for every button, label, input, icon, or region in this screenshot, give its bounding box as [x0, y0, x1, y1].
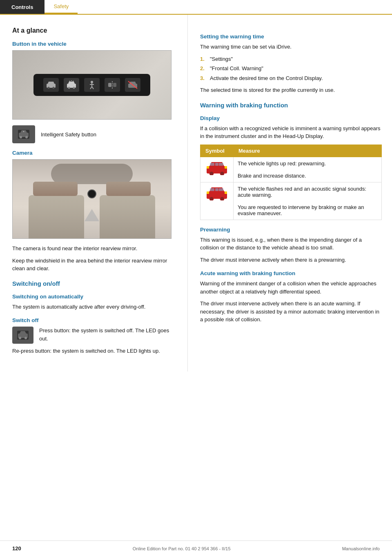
- svg-marker-5: [68, 82, 75, 84]
- measure-cell-2: The vehicle flashes red and an acoustic …: [234, 182, 382, 220]
- measure-2-line2: You are requested to intervene by brakin…: [238, 204, 364, 216]
- svg-point-49: [209, 197, 214, 200]
- setting-warning-time-title: Setting the warning time: [200, 33, 382, 40]
- svg-rect-17: [108, 83, 111, 87]
- camera-arrow: [85, 209, 99, 221]
- car-symbol-red: [205, 160, 229, 176]
- car-symbol-flash: [205, 186, 229, 201]
- symbol-cell-1: [200, 157, 234, 182]
- svg-rect-48: [219, 188, 223, 191]
- measure-1-line2: Brake and increase distance.: [238, 173, 306, 179]
- page-number: 120: [12, 545, 21, 552]
- intelligent-safety-icon: [17, 129, 31, 140]
- step-1-text: "Settings": [210, 55, 233, 63]
- tab-controls[interactable]: Controls: [0, 0, 45, 14]
- svg-rect-18: [113, 83, 116, 87]
- setting-intro: The warning time can be set via iDrive.: [200, 43, 382, 51]
- footer: 120 Online Edition for Part no. 01 40 2 …: [0, 540, 392, 556]
- symbol-cell-2: [200, 182, 234, 220]
- switching-on-title: Switching on automatically: [12, 294, 175, 300]
- camera-image: [12, 159, 172, 239]
- svg-rect-52: [225, 191, 227, 194]
- vehicle-button-image: [12, 50, 172, 120]
- svg-line-9: [69, 81, 70, 82]
- main-content: At a glance Button in the vehicle: [0, 15, 392, 371]
- prewarning-text1: This warning is issued, e.g., when there…: [200, 236, 382, 252]
- measure-1-line1: The vehicle lights up red: prewarning.: [238, 160, 326, 167]
- svg-point-34: [24, 337, 27, 339]
- camera-dot: [87, 189, 96, 198]
- table-header-measure: Measure: [234, 145, 382, 157]
- table-row-acute: The vehicle flashes red and an acoustic …: [200, 182, 382, 220]
- button-in-vehicle-title: Button in the vehicle: [12, 41, 175, 47]
- switching-title: Switching on/off: [12, 280, 175, 287]
- switch-off-icon: [12, 327, 33, 344]
- step-2: 2. "Frontal Coll. Warning": [200, 64, 382, 73]
- svg-point-28: [23, 131, 24, 132]
- svg-point-27: [25, 136, 28, 138]
- at-a-glance-title: At a glance: [12, 27, 175, 34]
- svg-rect-42: [207, 166, 209, 169]
- brand-text: ManualsonIine.info: [342, 546, 380, 551]
- warning-table: Symbol Measure: [200, 145, 382, 220]
- header-tabs: Controls Safety: [0, 0, 392, 15]
- svg-marker-1: [48, 82, 54, 84]
- speed-icon: [127, 80, 138, 89]
- repress-text: Re-press button: the system is switched …: [12, 347, 175, 355]
- car-acute-svg: [206, 187, 227, 200]
- display-text: If a collision with a recognized vehicle…: [200, 125, 382, 140]
- svg-rect-43: [225, 166, 227, 169]
- acute-warning-title: Acute warning with braking function: [200, 270, 382, 276]
- warning-braking-title: Warning with braking function: [200, 102, 382, 109]
- svg-point-2: [48, 87, 50, 89]
- svg-line-10: [73, 81, 74, 82]
- switching-on-text: The system is automatically active after…: [12, 303, 175, 311]
- svg-point-3: [53, 87, 55, 89]
- measure-2-line1: The vehicle flashes red and an acoustic …: [238, 186, 366, 198]
- svg-point-40: [209, 171, 214, 175]
- camera-text2: Keep the windshield in the area behind t…: [12, 257, 175, 273]
- switch-off-safety-icon: [16, 329, 30, 341]
- lane-icon: [107, 80, 118, 89]
- camera-text1: The camera is found near the interior re…: [12, 245, 175, 253]
- svg-point-33: [19, 337, 21, 339]
- svg-point-7: [73, 87, 75, 89]
- step-2-text: "Frontal Coll. Warning": [210, 64, 263, 73]
- table-header-symbol: Symbol: [200, 145, 234, 157]
- svg-point-11: [91, 81, 93, 83]
- svg-point-26: [20, 136, 22, 138]
- step-3-text: Activate the desired time on the Control…: [210, 74, 323, 82]
- camera-interior: [13, 160, 171, 238]
- svg-rect-39: [219, 163, 223, 166]
- settings-steps-list: 1. "Settings" 2. "Frontal Coll. Warning"…: [200, 55, 382, 82]
- svg-rect-37: [210, 163, 214, 166]
- svg-rect-51: [207, 191, 209, 194]
- acute-text1: Warning of the imminent danger of a coll…: [200, 280, 382, 296]
- acute-text2: The driver must intervene actively when …: [200, 300, 382, 324]
- footer-text: Online Edition for Part no. 01 40 2 954 …: [133, 546, 231, 551]
- car-prewarning-svg: [206, 161, 227, 175]
- step-3: 3. Activate the desired time on the Cont…: [200, 74, 382, 82]
- display-title: Display: [200, 115, 382, 121]
- setting-note: The selected time is stored for the prof…: [200, 86, 382, 94]
- tab-safety[interactable]: Safety: [45, 0, 78, 14]
- car-icon-1: [46, 80, 56, 89]
- car-icon-2: [66, 80, 77, 89]
- prewarning-title: Prewarning: [200, 227, 382, 233]
- switch-off-text: Press button: the system is switched off…: [39, 327, 175, 342]
- step-1: 1. "Settings": [200, 55, 382, 63]
- intelligent-safety-row: Intelligent Safety button: [12, 125, 175, 143]
- svg-point-50: [220, 197, 224, 200]
- vehicle-image-inner: [13, 51, 171, 119]
- camera-section-title: Camera: [12, 150, 175, 156]
- switch-off-row: Press button: the system is switched off…: [12, 327, 175, 344]
- left-column: At a glance Button in the vehicle: [0, 15, 188, 371]
- intelligent-safety-label: Intelligent Safety button: [41, 131, 96, 138]
- svg-point-6: [68, 87, 70, 89]
- svg-point-41: [220, 171, 224, 175]
- right-column: Setting the warning time The warning tim…: [188, 15, 392, 371]
- svg-rect-46: [210, 188, 214, 191]
- prewarning-text2: The driver must intervene actively when …: [200, 256, 382, 264]
- intelligent-safety-icon-box: [12, 125, 35, 143]
- pedestrian-icon: [87, 80, 97, 89]
